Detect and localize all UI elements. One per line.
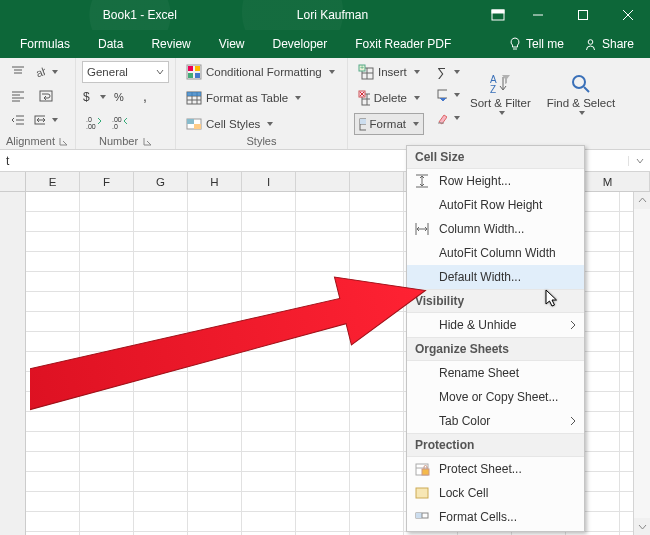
insert-button[interactable]: + Insert [354, 61, 424, 83]
user-name: Lori Kaufman [297, 8, 368, 22]
menu-column-width-label: Column Width... [439, 222, 524, 236]
delete-cells-icon [358, 90, 370, 106]
svg-rect-32 [188, 73, 193, 78]
fill-button[interactable] [436, 84, 460, 106]
format-button[interactable]: Format [354, 113, 424, 135]
column-header[interactable]: F [80, 172, 134, 191]
menu-column-width[interactable]: Column Width... [407, 217, 584, 241]
column-width-icon [413, 220, 431, 238]
svg-rect-57 [360, 119, 366, 124]
svg-point-63 [573, 76, 585, 88]
format-cells-icon [359, 116, 366, 132]
svg-text:,: , [143, 90, 147, 104]
alignment-label: Alignment [6, 135, 55, 147]
column-header[interactable]: E [26, 172, 80, 191]
menu-autofit-column[interactable]: AutoFit Column Width [407, 241, 584, 265]
align-left-button[interactable] [6, 85, 30, 107]
find-select-button[interactable]: Find & Select [541, 61, 621, 127]
clear-button[interactable] [436, 107, 460, 129]
column-header[interactable]: I [242, 172, 296, 191]
menu-protect-sheet[interactable]: Protect Sheet... [407, 457, 584, 481]
scroll-down-button[interactable] [634, 518, 650, 535]
alignment-dialog-launcher[interactable] [59, 136, 69, 146]
group-editing: ∑ AZ Sort & Filter Find & Select [430, 58, 650, 149]
minimize-button[interactable] [515, 0, 560, 30]
menu-section-protection: Protection [407, 433, 584, 457]
row-headers[interactable] [0, 192, 26, 535]
column-header[interactable] [350, 172, 404, 191]
menu-rename-sheet[interactable]: Rename Sheet [407, 361, 584, 385]
select-all-corner[interactable] [0, 172, 26, 191]
svg-rect-33 [195, 73, 200, 78]
decrease-indent-button[interactable] [6, 109, 30, 131]
formula-bar-expand[interactable] [628, 156, 650, 166]
delete-button[interactable]: Delete [354, 87, 424, 109]
styles-label: Styles [247, 135, 277, 147]
accounting-format-button[interactable]: $ [82, 86, 106, 108]
delete-label: Delete [374, 92, 407, 104]
formula-bar-text: t [6, 154, 9, 168]
ribbon: ab Alignment General $ % , .0.00 .00.0 N… [0, 58, 650, 150]
percent-format-button[interactable]: % [108, 86, 132, 108]
vertical-scrollbar[interactable] [633, 192, 650, 535]
group-alignment: ab Alignment [0, 58, 76, 149]
lightbulb-icon [509, 37, 521, 51]
chevron-down-icon [156, 68, 164, 76]
column-header[interactable] [296, 172, 350, 191]
insert-cells-icon: + [358, 64, 374, 80]
menu-hide-unhide[interactable]: Hide & Unhide [407, 313, 584, 337]
decrease-decimal-button[interactable]: .00.0 [108, 111, 132, 133]
svg-rect-74 [416, 488, 428, 498]
orientation-button[interactable]: ab [34, 61, 58, 83]
svg-rect-76 [416, 513, 422, 518]
table-icon [186, 90, 202, 106]
svg-rect-31 [195, 66, 200, 71]
menu-section-cell-size: Cell Size [407, 146, 584, 169]
tab-formulas[interactable]: Formulas [6, 30, 84, 58]
format-as-table-button[interactable]: Format as Table [182, 87, 341, 109]
menu-default-width-label: Default Width... [439, 270, 521, 284]
conditional-formatting-button[interactable]: Conditional Formatting [182, 61, 341, 83]
sort-filter-button[interactable]: AZ Sort & Filter [464, 61, 537, 127]
tab-view[interactable]: View [205, 30, 259, 58]
column-header[interactable]: G [134, 172, 188, 191]
menu-move-copy-sheet[interactable]: Move or Copy Sheet... [407, 385, 584, 409]
menu-format-cells[interactable]: Format Cells... [407, 505, 584, 529]
number-format-combo[interactable]: General [82, 61, 169, 83]
find-select-label: Find & Select [547, 97, 615, 110]
conditional-formatting-icon [186, 64, 202, 80]
tab-developer[interactable]: Developer [259, 30, 342, 58]
cell-styles-button[interactable]: Cell Styles [182, 113, 341, 135]
tab-data[interactable]: Data [84, 30, 137, 58]
format-cells-menu-icon [413, 508, 431, 526]
menu-default-width[interactable]: Default Width... [407, 265, 584, 289]
menu-autofit-column-label: AutoFit Column Width [439, 246, 556, 260]
menu-format-cells-label: Format Cells... [439, 510, 517, 524]
wrap-text-button[interactable] [34, 85, 58, 107]
close-button[interactable] [605, 0, 650, 30]
tell-me[interactable]: Tell me [499, 37, 574, 51]
number-dialog-launcher[interactable] [142, 136, 152, 146]
align-top-button[interactable] [6, 61, 30, 83]
svg-text:%: % [114, 91, 124, 103]
merge-center-button[interactable] [34, 109, 58, 131]
autosum-button[interactable]: ∑ [436, 61, 460, 83]
svg-text:∑: ∑ [437, 65, 446, 79]
tab-review[interactable]: Review [137, 30, 204, 58]
ribbon-display-options[interactable] [481, 0, 515, 30]
number-label: Number [99, 135, 138, 147]
increase-decimal-button[interactable]: .0.00 [82, 111, 106, 133]
menu-hide-unhide-label: Hide & Unhide [439, 318, 516, 332]
column-header[interactable]: H [188, 172, 242, 191]
svg-text:.00: .00 [112, 116, 122, 123]
menu-autofit-row[interactable]: AutoFit Row Height [407, 193, 584, 217]
menu-tab-color[interactable]: Tab Color [407, 409, 584, 433]
maximize-button[interactable] [560, 0, 605, 30]
menu-row-height[interactable]: Row Height... [407, 169, 584, 193]
share-icon [584, 38, 597, 51]
menu-lock-cell[interactable]: Lock Cell [407, 481, 584, 505]
comma-format-button[interactable]: , [134, 86, 158, 108]
share-button[interactable]: Share [574, 37, 644, 51]
tab-foxit[interactable]: Foxit Reader PDF [341, 30, 465, 58]
scroll-up-button[interactable] [634, 192, 650, 209]
